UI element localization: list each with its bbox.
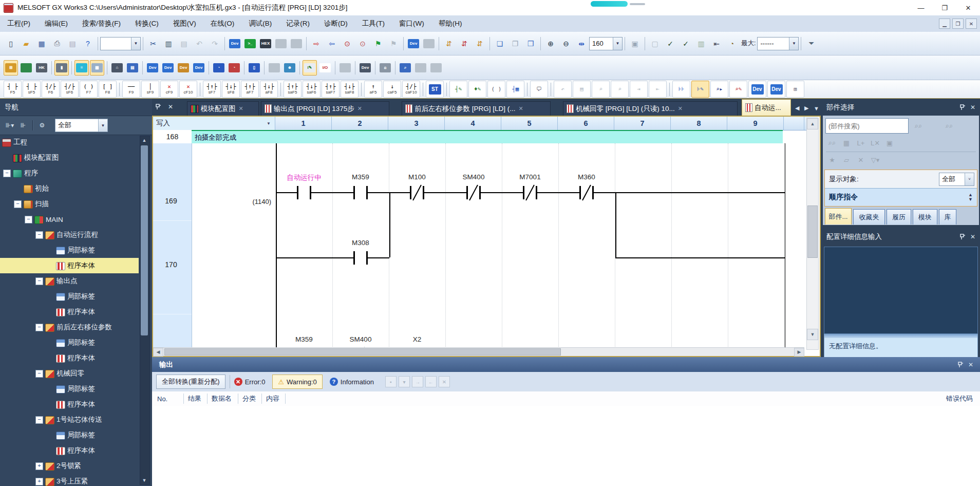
tree-item[interactable]: −程序 xyxy=(0,165,139,181)
app-instruction-button[interactable]: [ ]F8 xyxy=(99,81,117,98)
menu-item[interactable]: 视图(V) xyxy=(166,20,203,27)
nav-scrollbar[interactable]: ▲ ▼ xyxy=(140,136,150,485)
tab-close-icon[interactable]: ✕ xyxy=(357,105,362,112)
help-icon-button[interactable]: ? xyxy=(81,36,95,51)
output-mini-icon[interactable]: ▪ xyxy=(385,376,397,387)
tab-close-icon[interactable]: ✕ xyxy=(519,105,523,112)
check-program2-icon-button[interactable]: ✓ xyxy=(679,36,693,51)
menu-item[interactable]: 工具(T) xyxy=(355,20,392,27)
tree-item[interactable]: −MAIN xyxy=(0,212,139,227)
user-icon-button[interactable]: ☻ xyxy=(282,60,297,76)
pulse-nc-rise-button[interactable]: ┤↑├saF5 xyxy=(284,81,301,98)
collapse-icon[interactable]: − xyxy=(35,324,43,331)
tab-close-icon[interactable]: ✕ xyxy=(678,105,683,112)
grid-view-icon-button[interactable]: ▦ xyxy=(90,60,104,76)
tree-item[interactable]: 程序本体 xyxy=(0,443,139,458)
search-find-all-icon[interactable]: ⌕⌕ xyxy=(942,119,956,133)
ladder-canvas[interactable]: 169170171(1140)(1171)自动运行中M359M100SM400M… xyxy=(153,143,818,350)
open-branch-button[interactable]: ┤ ├sF5 xyxy=(23,81,41,98)
zoom-fit-icon-button[interactable]: ⇹ xyxy=(574,36,589,51)
collapse-icon[interactable]: − xyxy=(35,277,43,285)
doc-gray-button[interactable]: ▤ xyxy=(573,81,591,98)
collapse-icon[interactable]: − xyxy=(35,370,43,378)
robot-icon-button[interactable]: ꭥ xyxy=(378,60,392,76)
hex-edit-icon-button[interactable]: HK xyxy=(34,60,49,76)
hscroll-thumb[interactable] xyxy=(164,348,561,356)
mdi-restore-button[interactable]: ❐ xyxy=(952,18,964,29)
tree-item[interactable]: 工程 xyxy=(0,135,139,150)
delete-label-icon[interactable]: L✕ xyxy=(868,136,882,149)
menu-item[interactable]: 编辑(E) xyxy=(37,20,75,27)
device-doc2-icon-button[interactable] xyxy=(422,36,436,51)
del-h-line-button[interactable]: ✕cF9 xyxy=(160,81,178,98)
collapse-icon[interactable]: − xyxy=(35,231,43,239)
module-icon[interactable]: ▣ xyxy=(882,136,897,149)
tree-item[interactable]: +2号锁紧 xyxy=(0,458,139,474)
close-icon[interactable]: ✕ xyxy=(968,103,978,112)
dev-find-button[interactable]: Dev xyxy=(748,81,766,98)
tab[interactable]: 输出点 [PRG] [LD] 1375步✕ xyxy=(261,101,389,116)
collapse-icon[interactable]: − xyxy=(35,416,43,424)
nav-scroll-thumb[interactable] xyxy=(141,145,148,335)
close-branch-button[interactable]: ┤/├sF6 xyxy=(61,81,79,98)
collapse-icon[interactable]: − xyxy=(25,216,32,223)
branch-tree2-button[interactable]: ⊦✎ xyxy=(691,81,709,98)
gray-t2-icon-button[interactable] xyxy=(429,60,443,76)
collapse-icon[interactable]: − xyxy=(14,200,22,208)
module-gray-icon-button[interactable]: ▥ xyxy=(694,36,708,51)
coil-button[interactable]: ( )F7 xyxy=(80,81,98,98)
scroll-left-icon[interactable]: ◀ xyxy=(153,348,163,357)
write-to-plc-icon-button[interactable]: ⇨ xyxy=(309,36,324,51)
dev-memory-icon-button[interactable]: Dev xyxy=(161,60,175,76)
ladder-edit3-icon-button[interactable]: ⇵ xyxy=(473,36,487,51)
grid-plus-button[interactable]: ⊞ xyxy=(786,81,804,98)
output-mini-icon[interactable]: → xyxy=(412,376,423,387)
expand-icon[interactable]: + xyxy=(35,462,43,470)
zoom-combo[interactable]: 160▼ xyxy=(589,37,623,50)
device-write-icon-button[interactable]: Dev xyxy=(228,36,242,51)
clock-icon-button[interactable]: ◔ xyxy=(725,36,739,51)
menu-item[interactable]: 工程(P) xyxy=(0,20,37,27)
redo-icon-button[interactable]: ↷ xyxy=(208,36,222,51)
window-tile-icon-button[interactable]: ❐ xyxy=(508,36,522,51)
element-tab[interactable]: 履历 xyxy=(887,209,911,225)
ladder-mode-cell[interactable]: 写入 ▼ xyxy=(153,117,275,130)
tree-item[interactable]: 程序本体 xyxy=(0,350,139,366)
monitor-watch1-icon-button[interactable]: ⊙ xyxy=(340,36,354,51)
ladder-hscrollbar[interactable]: ◀ ▶ xyxy=(153,347,804,356)
device-hex-icon-button[interactable]: HEX xyxy=(258,36,273,51)
pulse-nc-rise-branch-button[interactable]: ┤↑├saF7 xyxy=(322,81,340,98)
tree-item[interactable]: 初始 xyxy=(0,181,139,196)
tree-item[interactable]: 局部标签 xyxy=(0,242,139,258)
nav-filter-combo[interactable]: 全部▼ xyxy=(55,119,108,132)
device-gray2-icon-button[interactable] xyxy=(289,36,304,51)
delete-icon[interactable]: ✕ xyxy=(854,153,868,166)
max-combo[interactable]: ------▼ xyxy=(757,37,799,50)
menu-item[interactable]: 搜索/替换(F) xyxy=(75,20,128,27)
fall-convert-button[interactable]: ↓caF5 xyxy=(383,81,401,98)
tree-item[interactable]: 程序本体 xyxy=(0,397,139,412)
pin-icon[interactable] xyxy=(955,360,966,369)
dev-assign-icon-button[interactable]: Dev xyxy=(176,60,191,76)
pin-icon[interactable] xyxy=(957,232,968,241)
output-mini-icon[interactable]: ▾ xyxy=(399,376,410,387)
list-view-icon-button[interactable]: ≡ xyxy=(74,60,89,76)
print-icon-button[interactable]: ⎙ xyxy=(50,36,64,51)
menu-item[interactable]: 窗口(W) xyxy=(392,20,431,27)
ladder-editor[interactable]: 123456789 写入 ▼ 168 拍摄全部完成 169170171(1140… xyxy=(152,116,821,357)
rise-convert-button[interactable]: ↑aF5 xyxy=(364,81,382,98)
edit-contact-pencil-button[interactable]: ┤✎ xyxy=(449,81,467,98)
favorite-star-icon[interactable]: ★ xyxy=(825,153,839,166)
project-tree-icon-button[interactable]: ⊞ xyxy=(4,60,18,76)
window-new-icon-button[interactable]: ❒ xyxy=(523,36,538,51)
tab[interactable]: 模块配置图✕ xyxy=(187,101,259,116)
register-label-icon[interactable]: L+ xyxy=(854,136,868,149)
ladder-vscrollbar[interactable]: ▲ ▼ xyxy=(806,118,819,350)
find-binoculars-icon[interactable]: ⌕⌕ xyxy=(825,136,839,149)
paste-icon-button[interactable]: ▤ xyxy=(177,36,191,51)
label-edit-icon-button[interactable]: I✎ xyxy=(303,60,317,76)
spinner-icon[interactable]: ▲▼ xyxy=(968,193,973,202)
config-detail-input-area[interactable] xyxy=(824,247,978,334)
element-search-input[interactable] xyxy=(825,118,909,134)
save-icon-button[interactable]: ▦ xyxy=(34,36,49,51)
